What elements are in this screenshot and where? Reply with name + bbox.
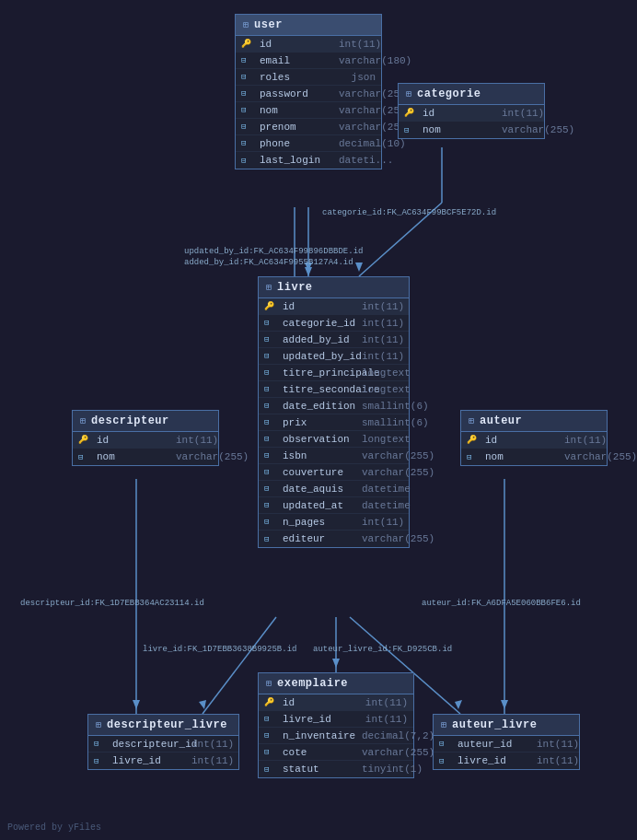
table-categorie-name: categorie — [417, 88, 481, 100]
table-livre-name: livre — [277, 281, 313, 294]
field-livre-n-pages: ⊟ n_pages int(11) — [259, 514, 409, 531]
table-descripteur-header: ⊞ descripteur — [73, 411, 218, 432]
svg-marker-7 — [133, 700, 140, 709]
footer-text: Powered by yFiles — [7, 822, 101, 833]
field-user-email: ⊟ email varchar(180) — [236, 52, 381, 69]
table-auteur-livre-name: auteur_livre — [452, 718, 537, 731]
field-livre-updated-by: ⊟ updated_by_id int(11) — [259, 348, 409, 365]
table-user-header: ⊞ user — [236, 15, 381, 36]
field-descripteur-id: 🔑 id int(11) — [73, 432, 218, 449]
table-exemplaire-name: exemplaire — [277, 677, 348, 690]
table-descripteur-name: descripteur — [91, 414, 169, 427]
table-auteur-header: ⊞ auteur — [461, 411, 607, 432]
footer: Powered by yFiles — [7, 822, 101, 833]
field-exemplaire-livre-id: ⊟ livre_id int(11) — [259, 711, 413, 728]
field-livre-updated-at: ⊟ updated_at datetime — [259, 497, 409, 514]
svg-marker-1 — [305, 262, 312, 272]
table-auteur-livre[interactable]: ⊞ auteur_livre ⊟ auteur_id int(11) ⊟ liv… — [433, 714, 580, 770]
field-livre-id: 🔑 id int(11) — [259, 298, 409, 315]
conn-label-auteur: auteur_id:FK_A6DFA5E060BB6FE6.id — [422, 599, 581, 608]
field-dl-descripteur-id: ⊟ descripteur_id int(11) — [88, 736, 238, 752]
table-descripteur-livre-name: descripteur_livre — [107, 718, 227, 731]
conn-label-livre-desc: livre_id:FK_1D7EBB3638B9925B.id — [143, 645, 296, 654]
db-canvas: categorie_id:FK_AC634F99BCF5E72D.id upda… — [0, 0, 637, 840]
field-livre-added-by: ⊟ added_by_id int(11) — [259, 332, 409, 348]
conn-label-categorie: categorie_id:FK_AC634F99BCF5E72D.id — [322, 208, 496, 217]
svg-marker-11 — [199, 700, 206, 709]
svg-marker-9 — [501, 700, 508, 709]
table-categorie[interactable]: ⊞ categorie 🔑 id int(11) ⊟ nom varchar(2… — [398, 83, 545, 139]
field-livre-categorie-id: ⊟ categorie_id int(11) — [259, 315, 409, 332]
field-livre-editeur: ⊟ editeur varchar(255) — [259, 531, 409, 547]
table-user[interactable]: ⊞ user 🔑 id int(11) ⊟ email varchar(180)… — [235, 14, 382, 169]
field-livre-date-edition: ⊟ date_edition smallint(6) — [259, 398, 409, 414]
conn-label-updated: updated_by_id:FK_AC634F99896DBBDE.id — [184, 247, 363, 256]
field-exemplaire-id: 🔑 id int(11) — [259, 694, 413, 711]
field-al-auteur-id: ⊟ auteur_id int(11) — [434, 736, 579, 752]
field-user-nom: ⊟ nom varchar(255) — [236, 102, 381, 119]
field-exemplaire-cote: ⊟ cote varchar(255) — [259, 744, 413, 761]
pk-icon-user: 🔑 — [241, 39, 254, 49]
svg-marker-15 — [332, 659, 340, 668]
svg-marker-13 — [455, 700, 462, 709]
table-icon-user: ⊞ — [243, 19, 249, 30]
field-livre-couverture: ⊟ couverture varchar(255) — [259, 464, 409, 481]
svg-marker-16 — [305, 267, 312, 276]
table-exemplaire[interactable]: ⊞ exemplaire 🔑 id int(11) ⊟ livre_id int… — [258, 672, 414, 778]
table-categorie-header: ⊞ categorie — [399, 84, 544, 105]
field-user-last-login: ⊟ last_login dateti... — [236, 152, 381, 169]
field-categorie-nom: ⊟ nom varchar(255) — [399, 122, 544, 138]
conn-label-livre-auteur: auteur_livre_id:FK_D925CB.id — [313, 645, 452, 654]
field-livre-date-aquis: ⊟ date_aquis datetime — [259, 481, 409, 497]
field-livre-observation: ⊟ observation longtext — [259, 431, 409, 448]
field-user-phone: ⊟ phone decimal(10) — [236, 135, 381, 152]
table-auteur-livre-header: ⊞ auteur_livre — [434, 715, 579, 736]
fk-icon: ⊟ — [241, 55, 254, 65]
table-auteur-name: auteur — [480, 414, 522, 427]
svg-marker-5 — [355, 262, 363, 272]
field-livre-titre-secondaire: ⊟ titre_secondaire longtext — [259, 381, 409, 398]
field-user-password: ⊟ password varchar(255) — [236, 86, 381, 102]
conn-label-descripteur: descripteur_id:FK_1D7EBB364AC23114.id — [20, 599, 204, 608]
field-user-prenom: ⊟ prenom varchar(255) — [236, 119, 381, 135]
field-livre-titre-principale: ⊟ titre_principale longtext — [259, 365, 409, 381]
table-user-name: user — [254, 18, 283, 31]
field-auteur-id: 🔑 id int(11) — [461, 432, 607, 449]
field-descripteur-nom: ⊟ nom varchar(255) — [73, 449, 218, 465]
table-exemplaire-header: ⊞ exemplaire — [259, 673, 413, 694]
table-descripteur[interactable]: ⊞ descripteur 🔑 id int(11) ⊟ nom varchar… — [72, 410, 219, 466]
field-user-roles: ⊟ roles json — [236, 69, 381, 86]
table-auteur[interactable]: ⊞ auteur 🔑 id int(11) ⊟ nom varchar(255) — [460, 410, 608, 466]
field-al-livre-id: ⊟ livre_id int(11) — [434, 752, 579, 769]
field-livre-prix: ⊟ prix smallint(6) — [259, 414, 409, 431]
svg-line-4 — [359, 203, 442, 276]
field-livre-isbn: ⊟ isbn varchar(255) — [259, 448, 409, 464]
table-descripteur-livre[interactable]: ⊞ descripteur_livre ⊟ descripteur_id int… — [87, 714, 239, 770]
field-auteur-nom: ⊟ nom varchar(255) — [461, 449, 607, 465]
field-dl-livre-id: ⊟ livre_id int(11) — [88, 752, 238, 769]
field-categorie-id: 🔑 id int(11) — [399, 105, 544, 122]
conn-label-added: added_by_id:FK_AC634F9955B127A4.id — [184, 258, 353, 267]
table-livre-header: ⊞ livre — [259, 277, 409, 298]
field-exemplaire-n-inventaire: ⊟ n_inventaire decimal(7,2) — [259, 728, 413, 744]
table-livre[interactable]: ⊞ livre 🔑 id int(11) ⊟ categorie_id int(… — [258, 276, 410, 548]
field-user-id: 🔑 id int(11) — [236, 36, 381, 52]
field-exemplaire-statut: ⊟ statut tinyint(1) — [259, 761, 413, 777]
table-descripteur-livre-header: ⊞ descripteur_livre — [88, 715, 238, 736]
